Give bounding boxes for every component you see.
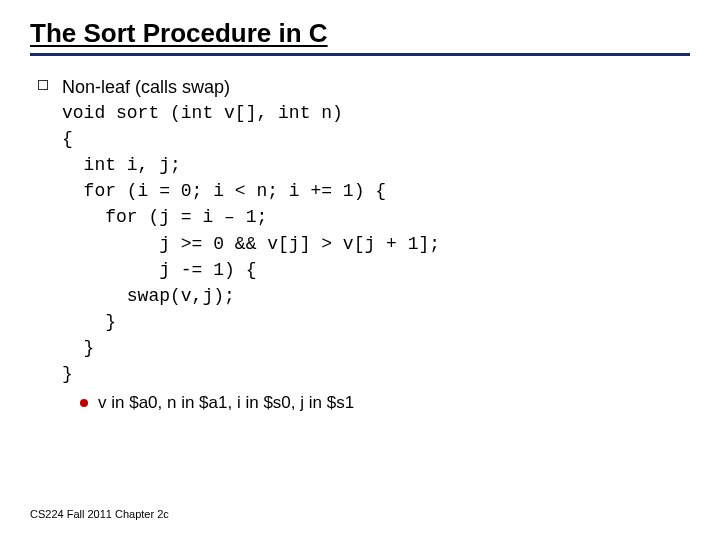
title-bar: The Sort Procedure in C xyxy=(30,18,690,56)
lead-text: Non-leaf (calls swap) xyxy=(62,74,690,100)
slide-body: Non-leaf (calls swap) void sort (int v[]… xyxy=(30,74,690,416)
slide: The Sort Procedure in C Non-leaf (calls … xyxy=(0,0,720,540)
slide-title: The Sort Procedure in C xyxy=(30,18,328,48)
sub-bullet-row: v in $a0, n in $a1, i in $s0, j in $s1 xyxy=(80,391,690,416)
code-block: void sort (int v[], int n) { int i, j; f… xyxy=(62,100,690,387)
slide-footer: CS224 Fall 2011 Chapter 2c xyxy=(30,508,169,520)
bullet-row: Non-leaf (calls swap) void sort (int v[]… xyxy=(38,74,690,416)
sub-bullet-text: v in $a0, n in $a1, i in $s0, j in $s1 xyxy=(98,391,354,416)
square-bullet-icon xyxy=(38,80,48,90)
dot-bullet-icon xyxy=(80,399,88,407)
bullet-content: Non-leaf (calls swap) void sort (int v[]… xyxy=(62,74,690,416)
